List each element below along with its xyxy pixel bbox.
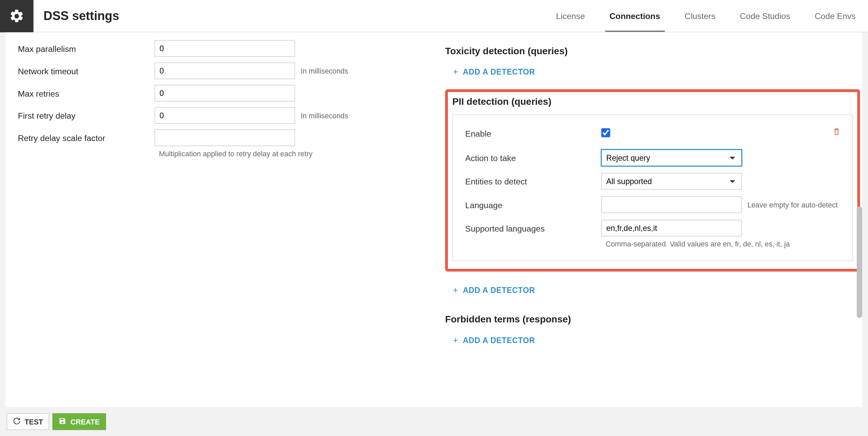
tabs: License Connections Clusters Code Studio… bbox=[544, 0, 868, 32]
input-retry-delay-scale[interactable] bbox=[155, 130, 295, 146]
topbar: DSS settings License Connections Cluster… bbox=[0, 0, 868, 32]
select-pii-entities[interactable]: All supported bbox=[601, 173, 742, 190]
input-max-retries[interactable] bbox=[155, 85, 295, 101]
section-toxicity-title: Toxicity detection (queries) bbox=[445, 46, 860, 57]
test-button[interactable]: TEST bbox=[7, 413, 49, 430]
plus-icon: + bbox=[453, 335, 458, 345]
label-network-timeout: Network timeout bbox=[18, 66, 155, 76]
pii-highlight-box: PII detection (queries) Enable Action to… bbox=[445, 89, 860, 272]
select-pii-action[interactable]: Reject query bbox=[601, 150, 742, 166]
add-detector-pii[interactable]: + ADD A DETECTOR bbox=[453, 282, 535, 298]
page-title: DSS settings bbox=[43, 8, 119, 23]
add-detector-toxicity[interactable]: + ADD A DETECTOR bbox=[453, 64, 535, 80]
add-detector-label: ADD A DETECTOR bbox=[463, 336, 535, 344]
label-pii-action: Action to take bbox=[465, 153, 601, 163]
bottombar: TEST CREATE bbox=[0, 407, 868, 436]
section-pii-title: PII detection (queries) bbox=[452, 97, 853, 108]
input-pii-supported[interactable] bbox=[601, 220, 742, 236]
tab-connections[interactable]: Connections bbox=[597, 0, 672, 32]
add-detector-forbidden[interactable]: + ADD A DETECTOR bbox=[453, 332, 535, 349]
label-pii-enable: Enable bbox=[465, 128, 601, 138]
tab-clusters[interactable]: Clusters bbox=[672, 0, 728, 32]
add-detector-label: ADD A DETECTOR bbox=[463, 67, 535, 76]
scrollbar[interactable] bbox=[857, 206, 862, 318]
left-column: Max parallelism Network timeout In milli… bbox=[18, 40, 431, 158]
refresh-icon bbox=[13, 417, 21, 427]
label-pii-language: Language bbox=[465, 200, 601, 210]
label-max-parallelism: Max parallelism bbox=[18, 44, 155, 53]
input-first-retry-delay[interactable] bbox=[155, 107, 295, 124]
label-max-retries: Max retries bbox=[18, 88, 155, 98]
plus-icon: + bbox=[453, 285, 458, 295]
hint-network-timeout: In milliseconds bbox=[301, 67, 348, 75]
right-column: Toxicity detection (queries) + ADD A DET… bbox=[445, 40, 860, 349]
create-label: CREATE bbox=[71, 417, 100, 426]
tab-code-studios[interactable]: Code Studios bbox=[728, 0, 803, 32]
gear-icon[interactable] bbox=[0, 0, 34, 32]
input-network-timeout[interactable] bbox=[155, 62, 295, 79]
pii-detector-card: Enable Action to take Reject query Entit… bbox=[452, 114, 853, 261]
label-pii-entities: Entities to detect bbox=[465, 177, 601, 186]
help-retry-delay-scale: Multiplication applied to retry delay at… bbox=[159, 150, 431, 158]
checkbox-pii-enable[interactable] bbox=[601, 128, 610, 137]
add-detector-label: ADD A DETECTOR bbox=[463, 285, 535, 294]
save-icon bbox=[59, 417, 66, 427]
tab-license[interactable]: License bbox=[544, 0, 597, 32]
input-pii-language[interactable] bbox=[601, 196, 742, 213]
label-first-retry-delay: First retry delay bbox=[18, 111, 155, 120]
hint-first-retry-delay: In milliseconds bbox=[301, 111, 348, 120]
test-label: TEST bbox=[24, 417, 43, 426]
plus-icon: + bbox=[453, 67, 458, 77]
input-max-parallelism[interactable] bbox=[155, 40, 295, 57]
tab-code-envs[interactable]: Code Envs bbox=[803, 0, 868, 32]
section-forbidden-title: Forbidden terms (response) bbox=[445, 314, 860, 325]
delete-detector-button[interactable] bbox=[832, 127, 841, 138]
create-button[interactable]: CREATE bbox=[53, 413, 106, 430]
help-pii-supported: Comma-separated. Valid values are en, fr… bbox=[606, 240, 840, 248]
content-area: Max parallelism Network timeout In milli… bbox=[5, 32, 862, 407]
hint-pii-language: Leave empty for auto-detect bbox=[747, 200, 837, 209]
label-retry-delay-scale: Retry delay scale factor bbox=[18, 133, 155, 142]
label-pii-supported: Supported languages bbox=[465, 223, 601, 233]
